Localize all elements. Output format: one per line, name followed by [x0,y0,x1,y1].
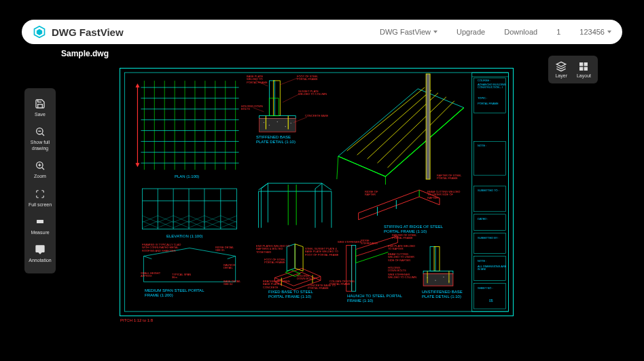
svg-marker-10 [557,62,566,66]
layer-button[interactable]: Layer [551,58,571,81]
tb-sheet-no: SHEET NO : [478,287,493,290]
svg-rect-13 [579,67,583,71]
svg-point-54 [290,123,291,124]
left-toolbar: Save Show full drawing Zoom Full screen … [24,88,56,273]
svg-point-50 [264,122,265,124]
fullscreen-button[interactable]: Full screen [26,184,54,212]
svg-rect-48 [259,116,296,119]
label-end-plate-welded: END PLATE WELDED TO RAFTER [388,245,418,251]
svg-rect-11 [579,62,583,66]
tb-submitted-to: SUBMITTED TO : [478,189,499,192]
label-haunch-det: HAUNCH DETAIL [223,264,243,270]
svg-line-6 [42,168,44,170]
label-beam-cut2: BEAM CUTTING WELDED TO UNDER SIDE OF RAF… [388,253,419,262]
tb-course: COURSE : [478,79,490,82]
svg-rect-69 [142,189,236,229]
label-web-stiffener2: WEB STIFFENER WELDED TO COLUMN [388,273,419,280]
svg-line-109 [228,256,236,259]
show-full-drawing-button[interactable]: Show full drawing [26,121,54,155]
tb-topic: TOPIC : [478,97,487,100]
app-name: DWG FastView [52,26,124,38]
logo[interactable]: DWG FastView [33,25,124,39]
drawing-canvas[interactable]: PLAN (1:100) ELEVATION (1:100) STIFFENED… [120,68,514,316]
label-holding3: HOLDING DOWN BOLTS [388,267,408,273]
svg-line-60 [357,90,431,155]
haunch-title: HAUNCH TO STEEL PORTAL FRAME (1:10) [347,294,407,303]
svg-rect-125 [423,273,453,286]
upgrade-link[interactable]: Upgrade [457,28,485,36]
svg-rect-9 [37,220,43,223]
tool-label: Annotation [29,258,51,263]
tb-note1: NOTE : [478,145,486,147]
label-small-height: SMALL HEIGHT APPROX [141,272,165,278]
tb-note2: NOTE : [478,260,486,263]
layout-button[interactable]: Layout [573,58,595,81]
label-concrete-base: CONCRETE BASE [305,115,328,117]
tool-label: Save [35,112,46,117]
label-gusset-plate: GUSSET PLATE WELDED TO COLUMN [298,90,329,96]
svg-point-127 [435,280,436,281]
svg-rect-124 [423,271,453,273]
label-holding-down: HOLDING DOWN BOLTS [241,105,263,111]
tool-label: Zoom [34,174,46,179]
svg-rect-12 [584,62,588,66]
label-web-stiffeners: WEB STIFFENERS [338,241,365,244]
label-bracket: BRACKET BETWEEN BASE PLATE & CONCRETE [263,280,293,289]
svg-marker-57 [269,98,279,116]
label-ridge-detail: RIDGE DETAIL SEE 05 [215,246,237,252]
svg-marker-44 [135,83,139,88]
right-toolbar: Layer Layout [548,56,598,83]
label-rafter-portal: RAFTER OF STEEL PORTAL FRAME [392,234,422,240]
svg-rect-122 [430,247,435,271]
measure-button[interactable]: Measure [26,212,54,240]
annotation-button[interactable]: Annotation [26,240,54,267]
tb-advanced: ADVANCED BUILDING CONSTRUCTION - I [478,83,507,90]
chevron-down-icon [607,31,611,33]
label-foot-steel2: FOOT OF STEEL PORTAL FRAME [264,259,291,265]
svg-line-133 [280,78,298,85]
tb-portal: PORTAL FRAME [478,102,499,105]
svg-point-52 [277,121,279,123]
label-holding2: HOLDING DOWN BOLTS [297,275,317,281]
svg-rect-68 [426,74,430,179]
medium-span-title: MEDIUM SPAN STEEL PORTAL FRAME (1:200) [145,288,206,297]
stiffing-ridge-title: STIFFING AT RIDGE OF STEEL PORTAL FRAME … [384,225,452,233]
label-typical-span: TYPICAL SPAN 36m [172,273,196,280]
svg-rect-123 [434,247,440,271]
tool-label: Show full drawing [26,140,54,151]
plan-title: PLAN (1:100) [175,174,199,179]
fullscreen-icon [34,188,46,200]
fixed-base-title: FIXED BASE TO STEEL PORTAL FRAME (1:10) [268,290,321,299]
user-id: 123456 [579,28,605,36]
measure-icon [34,216,46,228]
tool-label: Full screen [29,202,52,208]
stiffened-base-title: STIFFENED BASE PLATE DETAIL (1:10) [256,135,302,144]
svg-rect-14 [584,67,588,71]
notification-count[interactable]: 1 [556,28,560,36]
svg-line-134 [283,94,299,102]
svg-point-53 [285,126,286,128]
label-foot-of-steel: FOOT OF STEEL PORTAL FRAME [297,75,324,81]
file-tab[interactable]: Sample.dwg [61,49,109,58]
label-end-plates: END PLATES WELDED TO RAFTERS & BOLTED TO… [256,245,290,254]
elevation-title: ELEVATION (1:100) [166,234,202,239]
tb-all-dims: ALL DIMENSIONS ARE IN MM [478,265,507,271]
label-steel-gusset: STEEL GUSSET PLATE & BASE PLATE WELDED T… [305,248,343,256]
svg-marker-1 [37,29,42,35]
svg-line-108 [143,256,151,259]
layer-icon [556,61,567,72]
product-dropdown[interactable]: DWG FastView [380,28,437,36]
save-button[interactable]: Save [26,94,54,121]
logo-icon [33,25,46,39]
product-dropdown-label: DWG FastView [380,28,431,36]
user-menu[interactable]: 123456 [579,28,611,36]
label-column-steel: COLUMN OF STEEL PORTAL FRAME [329,280,359,286]
label-base-plate-welded: BASE PLATE WELDED TO PORTAL FRAME [247,75,274,84]
label-beam-cutting: BEAM CUTTING WELDED TO UNDER SIDE OF RAF… [427,191,461,200]
svg-rect-49 [259,119,296,132]
label-rafter-steel: RAFTER OF STEEL PORTAL FRAME [437,174,467,180]
download-link[interactable]: Download [504,28,537,36]
tb-submitted-by: SUBMITTED BY : [478,237,499,240]
zoom-button[interactable]: Zoom [26,155,54,183]
save-icon [34,98,46,110]
